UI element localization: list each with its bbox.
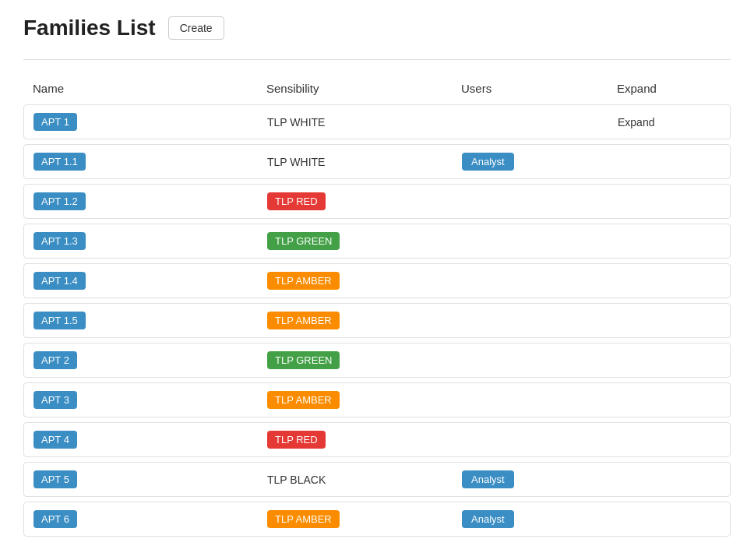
- table-row: APT 1.1TLP WHITEAnalyst: [23, 144, 731, 179]
- apt-name-badge: APT 4: [33, 431, 77, 449]
- page-header: Families List Create: [23, 16, 731, 41]
- expand-cell: Expand: [618, 115, 721, 129]
- tlp-badge: TLP AMBER: [267, 312, 340, 329]
- apt-name-cell: APT 1.1: [33, 153, 267, 171]
- col-header-expand: Expand: [617, 82, 721, 95]
- apt-name-cell: APT 1: [33, 113, 267, 131]
- apt-name-badge: APT 6: [33, 510, 77, 528]
- sensibility-cell: TLP AMBER: [267, 312, 462, 329]
- tlp-badge: TLP GREEN: [267, 351, 340, 369]
- sensibility-cell: TLP AMBER: [267, 391, 462, 409]
- tlp-badge: TLP GREEN: [267, 232, 340, 250]
- table-body: APT 1TLP WHITEExpandAPT 1.1TLP WHITEAnal…: [23, 104, 731, 537]
- apt-name-badge: APT 1.5: [33, 312, 86, 329]
- tlp-badge: TLP RED: [267, 431, 326, 449]
- apt-name-cell: APT 2: [33, 351, 267, 369]
- sensibility-cell: TLP WHITE: [267, 115, 462, 129]
- apt-name-badge: APT 2: [33, 351, 77, 369]
- table-row: APT 4TLP RED: [23, 422, 731, 457]
- sensibility-cell: TLP GREEN: [267, 351, 462, 369]
- create-button[interactable]: Create: [168, 16, 224, 40]
- tlp-badge: TLP BLACK: [267, 474, 326, 486]
- table-row: APT 1.3TLP GREEN: [23, 224, 731, 259]
- expand-link[interactable]: Expand: [618, 116, 654, 129]
- apt-name-badge: APT 1.3: [33, 232, 86, 250]
- users-cell: Analyst: [462, 153, 618, 171]
- user-badge: Analyst: [462, 510, 514, 528]
- tlp-badge: TLP AMBER: [267, 272, 340, 290]
- col-header-name: Name: [33, 82, 266, 95]
- sensibility-cell: TLP AMBER: [267, 510, 462, 528]
- sensibility-cell: TLP WHITE: [267, 155, 462, 169]
- table-row: APT 5TLP BLACKAnalyst: [23, 462, 731, 497]
- users-cell: Analyst: [462, 470, 618, 488]
- table-row: APT 1.5TLP AMBER: [23, 303, 731, 338]
- tlp-badge: TLP WHITE: [267, 116, 325, 129]
- user-badge: Analyst: [462, 153, 514, 171]
- user-badge: Analyst: [462, 470, 514, 488]
- col-header-sensibility: Sensibility: [266, 82, 461, 95]
- table-row: APT 1.2TLP RED: [23, 184, 731, 219]
- sensibility-cell: TLP BLACK: [267, 473, 462, 487]
- table-row: APT 1.4TLP AMBER: [23, 263, 731, 298]
- sensibility-cell: TLP RED: [267, 192, 462, 210]
- tlp-badge: TLP WHITE: [267, 156, 325, 168]
- table-row: APT 1TLP WHITEExpand: [23, 104, 731, 139]
- apt-name-cell: APT 1.2: [33, 192, 267, 210]
- col-header-users: Users: [461, 82, 617, 95]
- sensibility-cell: TLP AMBER: [267, 272, 462, 290]
- sensibility-cell: TLP GREEN: [267, 232, 462, 250]
- table-row: APT 3TLP AMBER: [23, 382, 731, 417]
- sensibility-cell: TLP RED: [267, 431, 462, 449]
- table-row: APT 2TLP GREEN: [23, 343, 731, 378]
- apt-name-cell: APT 1.5: [33, 312, 267, 329]
- tlp-badge: TLP AMBER: [267, 510, 340, 528]
- table-header: Name Sensibility Users Expand: [23, 76, 731, 101]
- page-title: Families List: [23, 16, 156, 41]
- apt-name-badge: APT 3: [33, 391, 77, 409]
- table-row: APT 6TLP AMBERAnalyst: [23, 502, 731, 537]
- apt-name-badge: APT 1.4: [33, 272, 86, 290]
- apt-name-badge: APT 1.1: [33, 153, 86, 171]
- apt-name-cell: APT 1.4: [33, 272, 267, 290]
- apt-name-badge: APT 1.2: [33, 192, 86, 210]
- apt-name-badge: APT 1: [33, 113, 77, 131]
- apt-name-cell: APT 3: [33, 391, 267, 409]
- apt-name-badge: APT 5: [33, 470, 77, 488]
- tlp-badge: TLP RED: [267, 192, 326, 210]
- apt-name-cell: APT 6: [33, 510, 267, 528]
- apt-name-cell: APT 5: [33, 470, 267, 488]
- users-cell: Analyst: [462, 510, 618, 528]
- header-divider: [23, 59, 731, 60]
- tlp-badge: TLP AMBER: [267, 391, 340, 409]
- apt-name-cell: APT 1.3: [33, 232, 267, 250]
- apt-name-cell: APT 4: [33, 431, 267, 449]
